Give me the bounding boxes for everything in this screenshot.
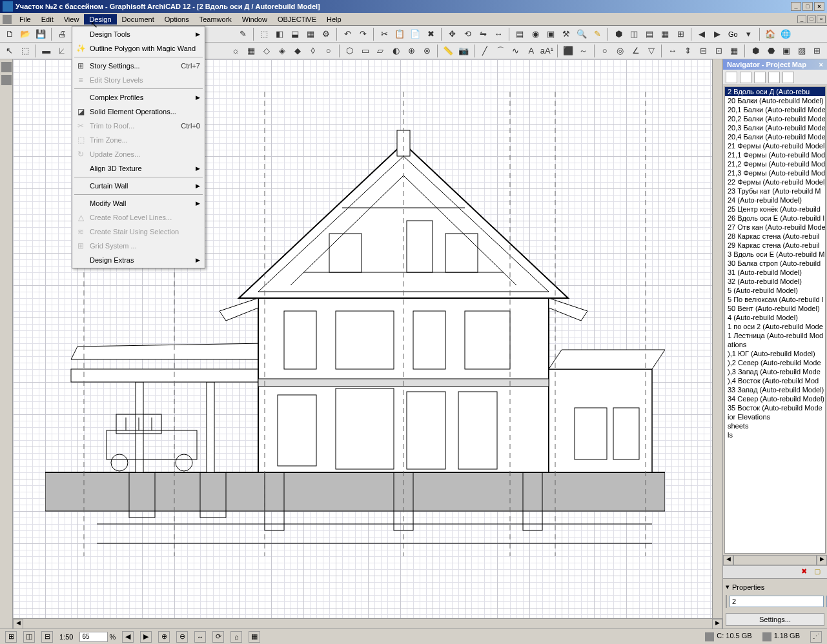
sb-tool-3-icon[interactable]: ⊟ — [41, 631, 53, 643]
nav-item[interactable]: 32 (Auto-rebuild Model) — [725, 277, 825, 286]
obj3-icon[interactable]: ▣ — [779, 44, 793, 58]
scale-label[interactable]: 1:50 — [59, 633, 73, 641]
doc-menu-icon[interactable] — [3, 15, 12, 24]
cut-icon[interactable]: ✂ — [377, 27, 391, 41]
mdi-minimize-button[interactable]: _ — [797, 15, 806, 23]
nav-item[interactable]: 26 Вдоль оси Е (Auto-rebuild I — [725, 214, 825, 223]
settings-icon[interactable]: ⚒ — [559, 27, 573, 41]
nav-item[interactable]: 21,1 Фермы (Auto-rebuild Mod — [725, 150, 825, 159]
arc-icon[interactable]: ⌒ — [493, 44, 507, 58]
nav-dd-icon[interactable]: ▾ — [742, 27, 756, 41]
t10-icon[interactable]: ⊕ — [404, 44, 418, 58]
settings-button[interactable]: Settings... — [726, 613, 824, 626]
sb-nav-6-icon[interactable]: ⟳ — [212, 631, 224, 643]
mirror-icon[interactable]: ⇋ — [476, 27, 490, 41]
tool-b-icon[interactable]: ◧ — [272, 27, 287, 41]
nav-item[interactable]: 23 Трубы кат (Auto-rebuild M — [725, 186, 825, 196]
highlight-icon[interactable]: ✎ — [590, 27, 604, 41]
nav-item[interactable]: 29 Каркас стена (Auto-rebuil — [725, 241, 825, 250]
select-arrow-icon[interactable]: ⬚ — [257, 27, 271, 41]
sb-nav-2-icon[interactable]: ▶ — [140, 631, 152, 643]
navigator-close-icon[interactable]: × — [819, 61, 823, 68]
nav-item[interactable]: 22 Фермы (Auto-rebuild Model) — [725, 177, 825, 186]
t5-icon[interactable]: ○ — [322, 44, 336, 58]
nav-item[interactable]: 20 Балки (Auto-rebuild Model) — [725, 96, 825, 105]
nav-tree-icon[interactable]: 🌐 — [779, 27, 793, 41]
nav-item[interactable]: ior Elevations — [725, 412, 825, 421]
sun-icon[interactable]: ☼ — [229, 44, 243, 58]
line-icon[interactable]: ╱ — [478, 44, 492, 58]
view3-icon[interactable]: ▦ — [658, 27, 672, 41]
nav-item[interactable]: ),2 Север (Auto-rebuild Mode — [725, 358, 825, 367]
nav-item[interactable]: ),4 Восток (Auto-rebuild Mod — [725, 376, 825, 385]
3d-icon[interactable]: ⬢ — [611, 27, 626, 41]
tool-e-icon[interactable]: ⚙ — [319, 27, 333, 41]
grid-tool-icon[interactable]: ▦ — [244, 44, 258, 58]
t9-icon[interactable]: ◐ — [389, 44, 403, 58]
tool-c-icon[interactable]: ⬓ — [288, 27, 302, 41]
detail-icon[interactable]: ⊡ — [711, 44, 726, 58]
brush-icon[interactable]: ✎ — [236, 27, 250, 41]
view2-icon[interactable]: ▤ — [642, 27, 657, 41]
menu-item[interactable]: Complex Profiles▶ — [73, 90, 204, 105]
navigator-title[interactable]: Navigator - Project Map × — [723, 59, 827, 70]
sb-nav-7-icon[interactable]: ⌂ — [230, 631, 242, 643]
nav-back-icon[interactable]: ◀ — [695, 27, 709, 41]
new-icon[interactable]: 🗋 — [3, 27, 17, 41]
menu-item[interactable]: Curtain Wall▶ — [73, 179, 204, 193]
sb-nav-3-icon[interactable]: ⊕ — [158, 631, 170, 643]
text-icon[interactable]: A — [524, 44, 538, 58]
menu-options[interactable]: Options — [159, 14, 194, 25]
level-icon[interactable]: ▽ — [644, 44, 659, 58]
nav-item[interactable]: sheets — [725, 421, 825, 430]
angle-icon[interactable]: ∠ — [629, 44, 643, 58]
t8-icon[interactable]: ▱ — [373, 44, 387, 58]
nav-tb4-icon[interactable] — [768, 72, 780, 83]
t3-icon[interactable]: ◆ — [291, 44, 305, 58]
vtool-1-icon[interactable] — [1, 62, 12, 72]
mdi-restore-button[interactable]: □ — [807, 15, 816, 23]
close-button[interactable]: × — [814, 2, 824, 11]
obj5-icon[interactable]: ⊞ — [810, 44, 824, 58]
nav-item[interactable]: 5 (Auto-rebuild Model) — [725, 286, 825, 295]
copy-icon[interactable]: 📋 — [393, 27, 407, 41]
obj4-icon[interactable]: ▨ — [795, 44, 809, 58]
spline-icon[interactable]: ～ — [577, 44, 591, 58]
door-icon[interactable]: ⟀ — [55, 44, 69, 58]
polyline-icon[interactable]: ∿ — [509, 44, 523, 58]
nav-item[interactable]: 24 (Auto-rebuild Model) — [725, 196, 825, 205]
navigator-tree[interactable]: 2 Вдоль оси Д (Auto-rebu20 Балки (Auto-r… — [724, 86, 826, 554]
mdi-close-button[interactable]: × — [817, 15, 826, 23]
nav-item[interactable]: 20,4 Балки (Auto-rebuild Mode — [725, 132, 825, 141]
go-label[interactable]: Go — [726, 30, 740, 38]
open-icon[interactable]: 📂 — [18, 27, 32, 41]
menu-item[interactable]: Design Extras▶ — [73, 253, 204, 267]
sb-nav-8-icon[interactable]: ▦ — [249, 631, 260, 643]
canvas-scrollbar-v[interactable] — [712, 59, 722, 618]
vtool-2-icon[interactable] — [1, 75, 12, 85]
menu-help[interactable]: Help — [322, 14, 347, 25]
trace-icon[interactable]: ◉ — [528, 27, 542, 41]
menu-window[interactable]: Window — [237, 14, 272, 25]
nav-item[interactable]: 34 Север (Auto-rebuild Model) — [725, 394, 825, 403]
label-icon[interactable]: aA¹ — [540, 44, 554, 58]
nav-item[interactable]: 30 Балка строп (Auto-rebuild — [725, 259, 825, 268]
nav-item[interactable]: 21 Фермы (Auto-rebuild Model) — [725, 141, 825, 150]
save-icon[interactable]: 💾 — [34, 27, 48, 41]
menu-item[interactable]: ⊞Story Settings...Ctrl+7 — [73, 59, 204, 73]
nav-scroll-left-icon[interactable]: ◀ — [723, 555, 733, 565]
wall-icon[interactable]: ▬ — [39, 44, 54, 58]
nav-item[interactable]: 25 Центр конёк (Auto-rebuild — [725, 205, 825, 214]
view1-icon[interactable]: ◫ — [627, 27, 641, 41]
nav-item[interactable]: 35 Восток (Auto-rebuild Mode — [725, 403, 825, 412]
nav-item[interactable]: 5 По велюксам (Auto-rebuild I — [725, 295, 825, 304]
marquee-icon[interactable]: ⬚ — [18, 44, 32, 58]
t11-icon[interactable]: ⊗ — [420, 44, 434, 58]
layers-icon[interactable]: ▤ — [513, 27, 527, 41]
scroll-left-icon[interactable]: ◀ — [13, 619, 23, 629]
nav-new-icon[interactable]: ▢ — [814, 567, 824, 578]
nav-item[interactable]: 31 (Auto-rebuild Model) — [725, 268, 825, 277]
zoom-input[interactable] — [79, 632, 108, 642]
nav-item[interactable]: 28 Каркас стена (Auto-rebuil — [725, 232, 825, 241]
menu-item[interactable]: Modify Wall▶ — [73, 196, 204, 210]
